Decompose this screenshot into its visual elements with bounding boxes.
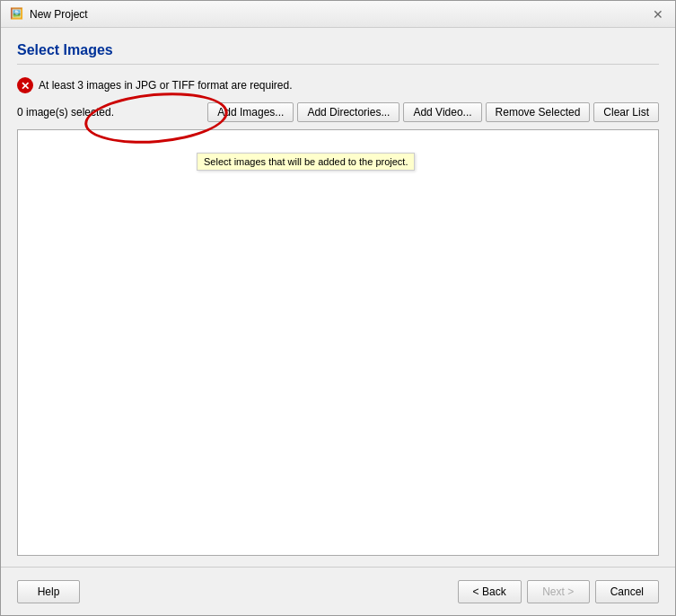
add-images-button[interactable]: Add Images...: [207, 102, 294, 122]
next-button[interactable]: Next >: [527, 580, 590, 603]
error-icon: ✕: [17, 77, 33, 93]
footer: Help < Back Next > Cancel: [1, 567, 675, 615]
add-directories-button[interactable]: Add Directories...: [297, 102, 399, 122]
window: 🖼️ New Project ✕ Select Images ✕ At leas…: [0, 0, 676, 616]
main-content: Select Images ✕ At least 3 images in JPG…: [1, 28, 675, 567]
remove-selected-button[interactable]: Remove Selected: [486, 102, 591, 122]
clear-list-button[interactable]: Clear List: [593, 102, 659, 122]
window-title: New Project: [30, 8, 88, 21]
app-icon: 🖼️: [10, 7, 24, 22]
error-row: ✕ At least 3 images in JPG or TIFF forma…: [17, 77, 659, 93]
close-button[interactable]: ✕: [650, 6, 666, 22]
toolbar-row: 0 image(s) selected. Add Images... Add D…: [17, 102, 659, 122]
back-button[interactable]: < Back: [458, 580, 522, 603]
footer-right: < Back Next > Cancel: [458, 580, 659, 603]
footer-left: Help: [17, 580, 80, 603]
error-message: At least 3 images in JPG or TIFF format …: [39, 79, 293, 92]
cancel-button[interactable]: Cancel: [595, 580, 659, 603]
image-list-area[interactable]: [17, 129, 659, 556]
svg-text:✕: ✕: [21, 80, 30, 92]
title-bar-left: 🖼️ New Project: [10, 7, 88, 22]
title-bar: 🖼️ New Project ✕: [1, 1, 675, 28]
images-count: 0 image(s) selected.: [17, 106, 114, 119]
help-button[interactable]: Help: [17, 580, 80, 603]
add-video-button[interactable]: Add Video...: [403, 102, 481, 122]
section-title: Select Images: [17, 42, 659, 65]
